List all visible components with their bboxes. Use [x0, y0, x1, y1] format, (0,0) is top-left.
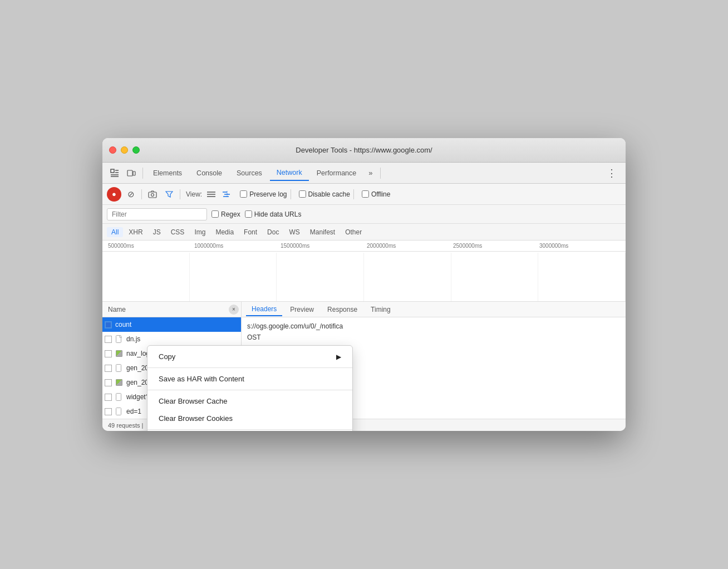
record-button[interactable]: ● [107, 187, 121, 202]
hide-data-urls-checkbox[interactable] [245, 210, 252, 218]
regex-option[interactable]: Regex [211, 210, 240, 218]
row-checkbox-navlogo[interactable] [105, 350, 112, 357]
row-checkbox-gen204a[interactable] [105, 379, 112, 386]
panel-close-button[interactable]: × [229, 305, 239, 315]
row-checkbox-gen204s[interactable] [105, 365, 112, 372]
network-row-count[interactable]: count [102, 317, 241, 332]
title-bar: Developer Tools - https://www.google.com… [102, 138, 626, 163]
type-filter-other[interactable]: Other [341, 227, 366, 237]
disable-cache-group: Disable cache [299, 190, 350, 198]
offline-checkbox[interactable] [362, 190, 369, 198]
ctx-clear-cache-label: Clear Browser Cache [159, 397, 228, 405]
waterfall-view-button[interactable] [220, 188, 233, 201]
row-name-dnjs: dn.js [126, 335, 239, 343]
filter-button[interactable] [162, 187, 176, 202]
row-checkbox-ed1[interactable] [105, 408, 112, 415]
type-filter-img[interactable]: Img [190, 227, 210, 237]
type-filter-font[interactable]: Font [239, 227, 262, 237]
type-filter-doc[interactable]: Doc [263, 227, 283, 237]
tab-separator [142, 168, 143, 179]
type-filter-css[interactable]: CSS [166, 227, 189, 237]
maximize-button[interactable] [132, 146, 140, 154]
name-column-label: Name [108, 306, 126, 313]
ruler-mark-6: 3000000ms [539, 243, 626, 249]
tab-preview[interactable]: Preview [284, 303, 319, 316]
ctx-separator-1 [147, 367, 352, 368]
svg-rect-18 [116, 365, 121, 372]
detail-line-2: OST [247, 332, 620, 343]
svg-rect-5 [127, 170, 132, 176]
row-checkbox-count[interactable] [105, 321, 112, 328]
ctrl-separator-1 [141, 189, 142, 199]
minimize-button[interactable] [121, 146, 128, 154]
svg-point-8 [151, 193, 154, 196]
close-button[interactable] [109, 146, 116, 154]
svg-rect-7 [149, 192, 156, 198]
timeline-col-5 [451, 253, 539, 301]
ctx-copy-arrow: ▶ [336, 353, 341, 361]
tab-headers[interactable]: Headers [246, 303, 282, 316]
type-filter-manifest[interactable]: Manifest [306, 227, 340, 237]
disable-cache-label: Disable cache [308, 190, 350, 198]
ctx-menu-item-clear-cache[interactable]: Clear Browser Cache [147, 393, 352, 410]
hide-data-urls-option[interactable]: Hide data URLs [245, 210, 302, 218]
row-checkbox-dnjs[interactable] [105, 336, 112, 343]
window-title: Developer Tools - https://www.google.com… [296, 146, 432, 154]
row-checkbox-widget[interactable] [105, 394, 112, 401]
network-row-dnjs[interactable]: dn.js [102, 332, 241, 346]
filter-bar: Regex Hide data URLs [102, 205, 626, 224]
ruler-mark-1: 500000ms [108, 243, 194, 249]
ctrl-separator-2 [180, 189, 180, 199]
ctx-menu-item-save-har[interactable]: Save as HAR with Content [147, 370, 352, 387]
tab-sources[interactable]: Sources [230, 166, 269, 180]
name-column-header: Name × [102, 302, 242, 317]
timeline-col-1 [102, 253, 190, 301]
doc-icon-gen204s [115, 364, 123, 372]
type-filter-ws[interactable]: WS [284, 227, 304, 237]
camera-button[interactable] [145, 187, 160, 202]
filter-input[interactable] [107, 208, 207, 220]
type-filter-bar: All XHR JS CSS Img Media Font Doc WS Man… [102, 224, 626, 241]
device-toolbar-icon[interactable] [124, 165, 139, 181]
tab-network[interactable]: Network [270, 165, 309, 181]
tabs-bar: Elements Console Sources Network Perform… [102, 163, 626, 184]
tab-performance[interactable]: Performance [310, 166, 363, 180]
inspect-element-icon[interactable] [107, 165, 122, 181]
tab-elements[interactable]: Elements [146, 166, 189, 180]
svg-rect-17 [116, 336, 121, 343]
img-icon-navlogo [115, 350, 123, 357]
ctx-clear-cookies-label: Clear Browser Cookies [159, 414, 233, 423]
ctrl-separator-3 [291, 189, 291, 199]
devtools-menu-button[interactable]: ⋮ [602, 165, 621, 182]
svg-rect-19 [116, 394, 121, 401]
preserve-log-label: Preserve log [249, 190, 287, 198]
timeline-col-3 [277, 253, 364, 301]
regex-label: Regex [221, 210, 240, 218]
view-label: View: [186, 190, 202, 198]
network-area: Name × Headers Preview Response Timing c… [102, 302, 626, 419]
tab-separator-2 [380, 168, 381, 179]
tab-timing[interactable]: Timing [365, 303, 396, 316]
status-text: 49 requests | [108, 422, 143, 429]
ruler-mark-2: 1000000ms [194, 243, 281, 249]
timeline-area: 500000ms 1000000ms 1500000ms 2000000ms 2… [102, 241, 626, 302]
offline-group: Offline [362, 190, 390, 198]
preserve-log-checkbox[interactable] [240, 190, 247, 198]
tab-response[interactable]: Response [322, 303, 363, 316]
network-header: Name × Headers Preview Response Timing [102, 302, 626, 317]
type-filter-all[interactable]: All [107, 227, 123, 237]
timeline-col-4 [364, 253, 451, 301]
type-filter-js[interactable]: JS [149, 227, 165, 237]
ctx-menu-item-copy[interactable]: Copy ▶ [147, 348, 352, 365]
controls-bar: ● ⊘ View: [102, 184, 626, 205]
list-view-button[interactable] [204, 188, 218, 201]
type-filter-media[interactable]: Media [211, 227, 238, 237]
regex-checkbox[interactable] [211, 210, 219, 218]
ctx-menu-item-clear-cookies[interactable]: Clear Browser Cookies [147, 410, 352, 427]
stop-button[interactable]: ⊘ [124, 187, 138, 202]
disable-cache-checkbox[interactable] [299, 190, 306, 198]
more-tabs-button[interactable]: » [364, 166, 377, 179]
panel-tabs: Headers Preview Response Timing [242, 303, 626, 316]
type-filter-xhr[interactable]: XHR [124, 227, 147, 237]
tab-console[interactable]: Console [190, 166, 229, 180]
